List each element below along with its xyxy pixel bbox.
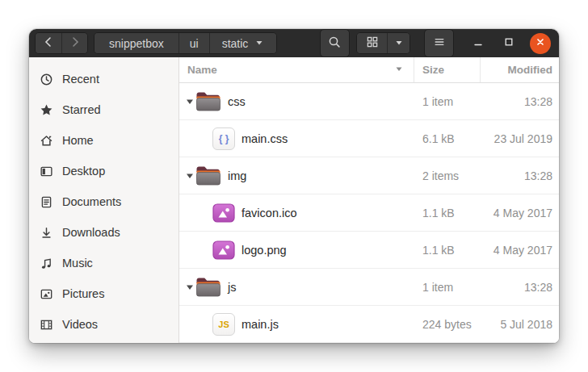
desktop-icon [40,165,53,178]
row-css[interactable]: css 1 item 13:28 [179,83,559,120]
modified-cell: 13:28 [481,169,559,182]
file-manager-window: snippetbox ui static [29,29,559,343]
minimize-button[interactable] [468,34,488,53]
sidebar-item-pictures[interactable]: Pictures [29,278,178,309]
size-cell: 1.1 kB [414,244,481,257]
folder-icon [195,90,221,112]
modified-cell: 5 Jul 2018 [481,318,559,331]
column-header-row: Name Size Modified [179,57,559,83]
sidebar-item-videos[interactable]: Videos [29,309,178,340]
js-file-icon: JS [212,313,235,336]
sidebar-item-label: Home [62,134,94,147]
sidebar-item-recent[interactable]: Recent [29,64,178,94]
column-header-modified[interactable]: Modified [481,64,559,76]
name-cell: logo.png [179,240,414,260]
row-js[interactable]: js 1 item 13:28 [179,269,559,306]
image-file-icon [212,240,235,260]
name-cell: js [179,276,414,298]
back-button[interactable] [36,33,61,53]
size-cell: 224 bytes [414,318,481,331]
minimize-icon [472,36,484,50]
column-size-label: Size [422,64,444,76]
expander-icon[interactable] [184,171,195,181]
column-header-name[interactable]: Name [179,57,414,82]
sidebar-item-label: Videos [62,318,98,331]
row-main.js[interactable]: JS main.js 224 bytes 5 Jul 2018 [179,306,559,343]
image-file-icon [212,203,235,223]
documents-icon [40,195,53,209]
name-cell: favicon.ico [179,203,414,223]
forward-button[interactable] [61,33,87,53]
sidebar-item-label: Music [62,257,93,270]
breadcrumb-static-label: static [222,37,249,50]
music-icon [40,257,53,270]
column-header-size[interactable]: Size [414,57,481,82]
breadcrumb: snippetbox ui static [94,32,277,54]
sidebar-item-starred[interactable]: Starred [29,94,178,125]
breadcrumb-ui[interactable]: ui [178,33,209,53]
size-cell: 1 item [414,95,481,108]
file-rows: css 1 item 13:28 { } main.css 6.1 kB 23 … [179,83,559,343]
sidebar-item-label: Starred [62,103,101,116]
name-cell: { } main.css [179,127,414,150]
home-icon [40,134,53,148]
size-cell: 2 items [414,169,481,182]
modified-cell: 13:28 [481,281,559,294]
view-toggle-group [356,32,410,54]
sidebar-item-label: Recent [62,73,99,86]
breadcrumb-static[interactable]: static [209,33,277,53]
expander-icon[interactable] [184,282,195,292]
sidebar-item-label: Pictures [62,287,104,300]
row-logo.png[interactable]: logo.png 1.1 kB 4 May 2017 [179,232,559,269]
file-name-label: js [228,281,236,294]
size-cell: 1.1 kB [414,207,481,219]
sidebar-item-music[interactable]: Music [29,248,178,278]
recent-icon [40,73,53,86]
pictures-icon [40,287,53,301]
hamburger-menu-icon [433,36,446,51]
search-button[interactable] [320,29,350,57]
star-icon [40,103,53,117]
file-name-label: img [228,169,246,182]
row-main.css[interactable]: { } main.css 6.1 kB 23 Jul 2019 [179,120,559,157]
folder-icon [195,276,221,298]
sidebar-item-label: Downloads [62,226,120,239]
sidebar-item-documents[interactable]: Documents [29,186,178,217]
file-name-label: css [228,95,246,108]
maximize-button[interactable] [499,34,519,53]
videos-icon [40,318,53,332]
modified-cell: 4 May 2017 [481,244,559,257]
sidebar-item-desktop[interactable]: Desktop [29,156,178,186]
column-name-label: Name [187,64,217,76]
search-icon [328,36,342,52]
sidebar-item-label: Documents [62,195,121,208]
sidebar-item-label: Desktop [62,165,105,178]
chevron-left-icon [42,36,55,51]
maximize-icon [503,36,514,50]
nav-button-group [35,32,88,54]
name-cell: img [179,165,414,186]
sort-descending-icon [394,64,404,76]
sidebar-item-downloads[interactable]: Downloads [29,217,178,248]
menu-button[interactable] [424,29,454,57]
window-body: Recent Starred Home Desktop Documents Do… [29,57,559,343]
downloads-icon [40,226,53,240]
window-controls [468,33,551,54]
grid-view-button[interactable] [357,33,387,53]
file-name-label: main.js [242,318,279,331]
headerbar: snippetbox ui static [29,29,559,57]
grid-view-icon [366,36,379,51]
modified-cell: 23 Jul 2019 [481,132,559,145]
row-favicon.ico[interactable]: favicon.ico 1.1 kB 4 May 2017 [179,194,559,232]
sidebar-item-home[interactable]: Home [29,125,178,156]
file-name-label: main.css [242,132,288,145]
row-img[interactable]: img 2 items 13:28 [179,157,559,194]
close-icon [534,36,547,51]
view-options-button[interactable] [387,33,410,53]
expander-icon[interactable] [184,97,195,107]
file-name-label: favicon.ico [242,207,297,219]
size-cell: 6.1 kB [414,132,481,145]
breadcrumb-snippetbox[interactable]: snippetbox [94,33,178,53]
close-button[interactable] [530,33,551,54]
sidebar: Recent Starred Home Desktop Documents Do… [29,57,179,343]
